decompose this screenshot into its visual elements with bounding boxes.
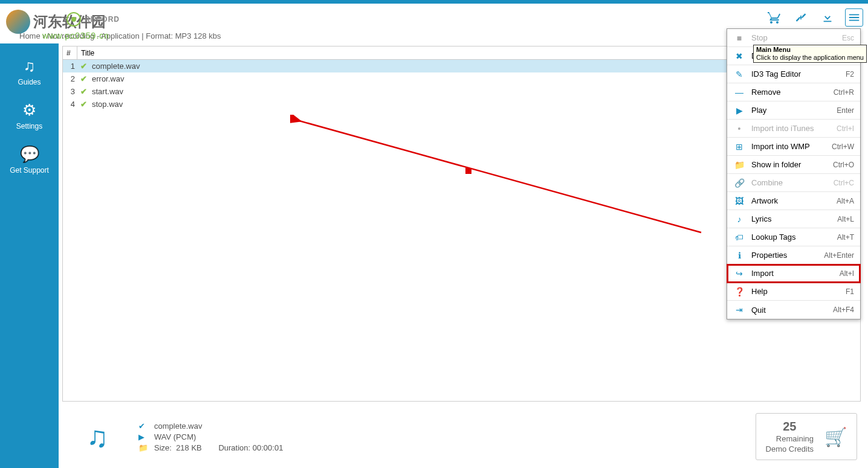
cart-icon[interactable] — [765, 8, 783, 27]
record-icon — [66, 12, 81, 27]
menu-label: Quit — [751, 306, 833, 315]
track-title: complete.wav — [154, 422, 202, 431]
menu-icon: 🖼 — [733, 196, 745, 206]
menu-item-help[interactable]: ❓HelpF1 — [727, 283, 860, 301]
menu-label: Stop — [751, 33, 842, 42]
menu-item-import[interactable]: ↪ImportAlt+I — [727, 264, 860, 283]
header-toolbar — [765, 8, 863, 27]
row-title: complete.wav — [89, 62, 759, 71]
row-number: 2 — [63, 74, 77, 83]
sidebar-item-label: Get Support — [0, 166, 59, 175]
menu-shortcut: Ctrl+R — [834, 88, 854, 97]
menu-icon: ⊞ — [733, 142, 745, 152]
sidebar-item-support[interactable]: 💬 Get Support — [0, 138, 59, 182]
col-title[interactable]: Title▲ — [77, 46, 759, 59]
menu-icon[interactable] — [845, 8, 863, 27]
tooltip-body: Click to display the application menu — [756, 54, 864, 62]
main-menu-tooltip: Main Menu Click to display the applicati… — [753, 45, 867, 63]
music-note-icon: ♫ — [86, 420, 108, 454]
row-title: stop.wav — [89, 100, 759, 109]
menu-item-lookup-tags[interactable]: 🏷Lookup TagsAlt+T — [727, 228, 860, 246]
menu-icon: ✖ — [733, 51, 745, 61]
menu-label: Artwork — [751, 196, 837, 205]
check-icon: ✔ — [77, 74, 89, 83]
menu-shortcut: Ctrl+O — [833, 161, 854, 169]
menu-icon: ▶ — [733, 106, 745, 115]
sidebar-item-label: Guides — [0, 78, 59, 86]
download-icon[interactable] — [818, 8, 837, 27]
menu-icon: ✎ — [733, 69, 745, 79]
sidebar-item-guides[interactable]: ♫ Guides — [0, 50, 59, 94]
menu-icon: ❓ — [733, 287, 745, 297]
gear-icon: ⚙ — [0, 101, 59, 120]
menu-shortcut: Esc — [842, 34, 854, 42]
menu-icon: ♪ — [733, 214, 745, 224]
col-number[interactable]: # — [63, 46, 77, 59]
record-button[interactable]: RECORD — [66, 12, 120, 27]
menu-item-play[interactable]: ▶PlayEnter — [727, 101, 860, 120]
menu-shortcut: Ctrl+C — [834, 179, 854, 187]
menu-shortcut: F2 — [846, 70, 854, 79]
menu-label: Lyrics — [751, 214, 837, 223]
menu-label: Help — [751, 287, 846, 296]
menu-icon: 📁 — [733, 160, 745, 170]
play-icon[interactable]: ▶ — [138, 432, 148, 441]
credits-number: 25 — [766, 418, 814, 434]
menu-shortcut: Alt+Enter — [824, 251, 854, 260]
credits-box[interactable]: 25 Remaining Demo Credits 🛒 — [756, 413, 857, 460]
track-info: ✔ complete.wav ▶ WAV (PCM) 📁 Size: 218 K… — [138, 420, 756, 454]
menu-icon: — — [733, 88, 745, 97]
menu-label: Play — [751, 106, 837, 115]
context-menu: ■StopEsc✖Delete✎ID3 Tag EditorF2—RemoveC… — [727, 28, 861, 319]
menu-item-lyrics[interactable]: ♪LyricsAlt+L — [727, 210, 860, 228]
check-icon: ✔ — [77, 87, 89, 96]
sidebar-item-settings[interactable]: ⚙ Settings — [0, 94, 59, 138]
menu-item-combine: 🔗CombineCtrl+C — [727, 174, 860, 192]
menu-shortcut: Alt+L — [837, 215, 854, 223]
credits-line2: Demo Credits — [766, 444, 814, 455]
menu-icon: ■ — [733, 33, 745, 43]
menu-shortcut: Alt+T — [837, 233, 854, 242]
menu-item-properties[interactable]: ℹPropertiesAlt+Enter — [727, 246, 860, 264]
check-icon: ✔ — [77, 100, 89, 109]
check-icon: ✔ — [138, 422, 148, 431]
row-number: 3 — [63, 87, 77, 96]
menu-icon: ↪ — [733, 269, 745, 278]
folder-icon[interactable]: 📁 — [138, 443, 148, 452]
menu-label: ID3 Tag Editor — [751, 69, 846, 79]
menu-icon: ⇥ — [733, 305, 745, 315]
cart-icon: 🛒 — [824, 426, 847, 447]
menu-item-quit[interactable]: ⇥QuitAlt+F4 — [727, 301, 860, 319]
menu-icon: 🏷 — [733, 232, 745, 242]
menu-shortcut: Enter — [837, 106, 854, 115]
duration-value: 00:00:01 — [253, 443, 283, 452]
menu-label: Import — [751, 269, 840, 278]
row-number: 1 — [63, 62, 77, 71]
check-icon: ✔ — [77, 62, 89, 71]
menu-shortcut: Ctrl+W — [832, 143, 854, 151]
menu-label: Import into iTunes — [751, 124, 837, 133]
size-label: Size: — [154, 443, 172, 452]
menu-item-artwork[interactable]: 🖼ArtworkAlt+A — [727, 192, 860, 210]
menu-item-show-in-folder[interactable]: 📁Show in folderCtrl+O — [727, 156, 860, 174]
menu-label: Properties — [751, 251, 824, 260]
menu-item-id3-tag-editor[interactable]: ✎ID3 Tag EditorF2 — [727, 65, 860, 83]
menu-label: Remove — [751, 88, 834, 97]
chat-icon: 💬 — [0, 145, 59, 164]
sidebar-item-label: Settings — [0, 122, 59, 130]
menu-icon: • — [733, 124, 745, 133]
menu-item-remove[interactable]: —RemoveCtrl+R — [727, 83, 860, 101]
breadcrumb: Home › Not recording - Application | For… — [19, 31, 221, 40]
menu-icon: 🔗 — [733, 178, 745, 188]
menu-item-import-into-wmp[interactable]: ⊞Import into WMPCtrl+W — [727, 138, 860, 156]
menu-label: Import into WMP — [751, 142, 832, 151]
menu-shortcut: Alt+F4 — [833, 306, 854, 314]
menu-icon: ℹ — [733, 251, 745, 260]
track-format: WAV (PCM) — [154, 432, 196, 441]
menu-label: Show in folder — [751, 160, 833, 169]
collapse-icon[interactable] — [792, 8, 810, 27]
footer: ♫ ✔ complete.wav ▶ WAV (PCM) 📁 Size: 218… — [62, 406, 861, 467]
row-title: error.wav — [89, 74, 759, 83]
record-label: RECORD — [85, 15, 120, 24]
duration-label: Duration: — [218, 443, 250, 452]
